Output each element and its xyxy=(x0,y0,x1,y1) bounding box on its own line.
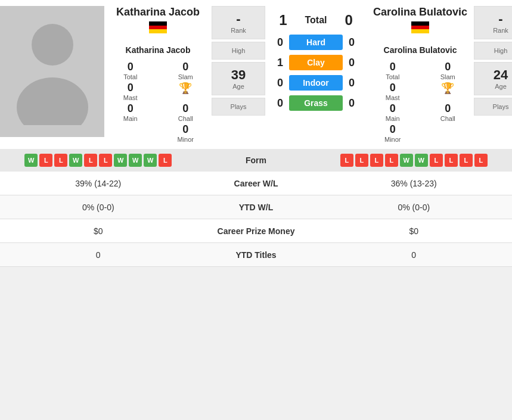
data-left-2: $0 xyxy=(0,222,197,241)
center-panel: 1 Total 0 0 Hard 0 1 Clay 0 xyxy=(265,6,367,114)
player2-trophy-cell: 🏆 xyxy=(425,82,471,101)
form-badge: L xyxy=(460,154,473,167)
player1-name-top: Katharina Jacob xyxy=(116,6,200,18)
player2-rank-card: - Rank xyxy=(474,6,512,39)
score1: 1 xyxy=(279,12,287,29)
hard-score2: 0 xyxy=(343,36,361,49)
data-row: 0% (0-0) YTD W/L 0% (0-0) xyxy=(0,195,512,219)
grass-button[interactable]: Grass xyxy=(289,95,343,111)
clay-row: 1 Clay 0 xyxy=(271,55,361,70)
clay-button[interactable]: Clay xyxy=(289,55,343,70)
player2-mast-label: Mast xyxy=(386,94,400,101)
player2-age-label: Age xyxy=(477,83,512,90)
form-badge: W xyxy=(144,154,157,167)
form-badge: L xyxy=(159,154,172,167)
grass-row: 0 Grass 0 xyxy=(271,95,361,111)
data-row: 0 YTD Titles 0 xyxy=(0,243,512,267)
player1-flag-icon xyxy=(149,21,167,33)
player1-minor-cell: 0 Minor xyxy=(163,123,209,143)
player1-slam-value: 0 xyxy=(182,61,188,73)
player1-main-cell: 0 Main xyxy=(107,102,154,122)
clay-score2: 0 xyxy=(343,57,361,69)
svg-point-1 xyxy=(17,77,88,125)
player2-name-below: Carolina Bulatovic xyxy=(384,45,457,55)
player2-rank-label: Rank xyxy=(477,27,512,34)
player1-flag xyxy=(149,21,167,36)
player1-slam-label: Slam xyxy=(178,73,193,80)
player1-high-card: High xyxy=(212,42,265,60)
data-left-1: 0% (0-0) xyxy=(0,198,197,217)
form-badge: L xyxy=(54,154,67,167)
form-badge: W xyxy=(129,154,142,167)
player1-chall-cell: 0 Chall xyxy=(163,102,209,122)
player2-mast-cell: 0 Mast xyxy=(370,82,416,101)
player1-minor-value: 0 xyxy=(182,123,188,136)
player1-rank-label: Rank xyxy=(215,27,262,34)
form-badge: W xyxy=(69,154,82,167)
player2-info-area: - Rank High 24 Age Plays Carolina xyxy=(367,6,512,143)
player1-info: Katharina Jacob Katharina Jacob 0 Total … xyxy=(104,6,212,143)
svg-point-0 xyxy=(32,24,73,66)
player1-form-badges: WLLWLLWWWL xyxy=(0,151,197,170)
player2-plays-label: Plays xyxy=(477,103,512,110)
data-center-2: Career Prize Money xyxy=(197,226,316,236)
data-left-3: 0 xyxy=(0,245,197,265)
player1-chall-value: 0 xyxy=(182,102,188,115)
form-badge: L xyxy=(355,154,368,167)
player1-name-below: Katharina Jacob xyxy=(126,45,191,55)
player1-rank-card: - Rank xyxy=(212,6,265,39)
player1-info-area: Katharina Jacob Katharina Jacob 0 Total … xyxy=(104,6,265,143)
player1-age-card: 39 Age xyxy=(212,62,265,95)
player2-plays-card: Plays xyxy=(474,98,512,116)
player2-minor-value: 0 xyxy=(390,123,396,136)
data-center-1: YTD W/L xyxy=(197,203,316,212)
data-left-0: 39% (14-22) xyxy=(0,174,197,193)
player1-total-cell: 0 Total xyxy=(107,61,154,80)
form-badge: L xyxy=(385,154,398,167)
form-badge: L xyxy=(84,154,97,167)
hard-row: 0 Hard 0 xyxy=(271,35,361,50)
player2-form-badges: LLLLWWLLLL xyxy=(316,151,513,170)
total-label: Total xyxy=(305,15,327,26)
player2-flag-icon xyxy=(411,21,429,33)
data-section: 39% (14-22) Career W/L 36% (13-23) 0% (0… xyxy=(0,172,512,267)
player2-name-top: Carolina Bulatovic xyxy=(373,6,467,18)
player2-main-cell: 0 Main xyxy=(370,102,416,122)
data-right-1: 0% (0-0) xyxy=(316,198,513,217)
player1-total-label: Total xyxy=(123,73,137,80)
form-badge: L xyxy=(445,154,458,167)
surface-rows: 0 Hard 0 1 Clay 0 0 Indoor 0 xyxy=(271,35,361,111)
grass-score1: 0 xyxy=(271,97,289,110)
indoor-score2: 0 xyxy=(343,77,361,89)
player1-trophy-cell: 🏆 xyxy=(163,82,209,101)
player1-plays-label: Plays xyxy=(215,103,262,110)
player1-cards: - Rank High 39 Age Plays xyxy=(212,6,265,116)
player2-chall-label: Chall xyxy=(440,115,455,122)
player1-rank-value: - xyxy=(215,11,262,27)
player1-age-label: Age xyxy=(215,83,262,90)
player2-total-value: 0 xyxy=(390,61,396,73)
player2-chall-value: 0 xyxy=(445,102,451,115)
player2-info: Carolina Bulatovic Carolina Bulatovic 0 … xyxy=(367,6,474,143)
form-label: Form xyxy=(197,155,316,165)
hard-button[interactable]: Hard xyxy=(289,35,343,50)
form-badge: L xyxy=(340,154,353,167)
player1-plays-card: Plays xyxy=(212,98,265,116)
form-badge: L xyxy=(430,154,443,167)
form-badge: L xyxy=(370,154,383,167)
player1-slam-cell: 0 Slam xyxy=(163,61,209,80)
form-badge: W xyxy=(114,154,127,167)
data-right-3: 0 xyxy=(316,245,513,265)
player2-mast-value: 0 xyxy=(390,82,396,94)
data-row: $0 Career Prize Money $0 xyxy=(0,219,512,243)
indoor-button[interactable]: Indoor xyxy=(289,75,343,91)
main-container: Katharina Jacob Katharina Jacob 0 Total … xyxy=(0,0,512,267)
data-right-0: 36% (13-23) xyxy=(316,174,513,193)
player2-high-card: High xyxy=(474,42,512,60)
player2-minor-label: Minor xyxy=(384,136,401,143)
data-row: 39% (14-22) Career W/L 36% (13-23) xyxy=(0,172,512,195)
form-row: WLLWLLWWWL Form LLLLWWLLLL xyxy=(0,149,512,172)
player1-mast-value: 0 xyxy=(128,82,134,94)
form-badge: L xyxy=(474,154,488,167)
top-section: Katharina Jacob Katharina Jacob 0 Total … xyxy=(0,0,512,149)
